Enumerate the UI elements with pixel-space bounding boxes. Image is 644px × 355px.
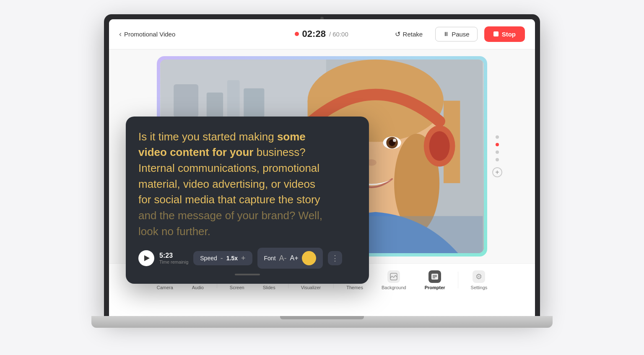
prompter-label: Prompter [425,285,445,290]
retake-label: Retake [403,31,423,38]
more-icon: ⋮ [331,254,339,263]
video-area: + Is it time you started making somevide… [109,49,535,263]
speed-label: Speed [200,255,217,262]
stop-button[interactable]: Stop [484,26,525,42]
font-control: Font A- A+ [257,248,323,269]
speed-value: 1.5x [226,255,238,262]
add-slide-button[interactable]: + [492,167,502,177]
main-content: + Is it time you started making somevide… [109,49,535,297]
scene: ‹ Promotional Video 02:28 / 60:00 [0,0,644,355]
prompter-card: Is it time you started making somevideo … [126,117,369,284]
play-button[interactable] [138,250,154,266]
stop-label: Stop [502,31,516,38]
topbar-center: 02:28 / 60:00 [254,29,389,39]
svg-rect-3 [207,92,223,117]
timer-separator: / [329,31,331,38]
timer-current: 02:28 [302,29,326,39]
font-decrease-button[interactable]: A- [279,254,287,262]
camera-label: Camera [157,285,173,290]
laptop-screen: ‹ Promotional Video 02:28 / 60:00 [104,14,540,316]
visualizer-label: Visualizer [301,285,321,290]
svg-rect-5 [244,88,264,117]
laptop-base [91,316,553,328]
project-title: Promotional Video [124,31,175,38]
settings-label: Settings [471,285,488,290]
speed-decrease-button[interactable]: - [221,254,223,262]
topbar: ‹ Promotional Video 02:28 / 60:00 [109,19,535,49]
pause-button[interactable]: ⏸ Pause [435,27,478,41]
time-label: Time remainig [159,259,188,264]
toolbar-item-settings[interactable]: ⚙ Settings [462,266,497,294]
timer-total: / 60:00 [329,31,348,38]
more-options-button[interactable]: ⋮ [328,251,342,265]
svg-point-21 [429,131,450,161]
background-icon [387,270,400,283]
font-increase-button[interactable]: A+ [290,255,299,262]
speed-increase-button[interactable]: + [241,254,246,262]
toolbar-divider-4 [458,272,458,288]
scroll-indicator [235,274,260,275]
settings-icon: ⚙ [473,270,485,283]
prompter-text: Is it time you started making somevideo … [138,129,356,240]
time-remaining: 5:23 Time remainig [159,252,188,264]
retake-button[interactable]: ↺ Retake [389,27,429,41]
play-icon [144,255,150,261]
slide-dot-1[interactable] [496,135,499,139]
stop-icon [493,31,499,36]
retake-icon: ↺ [395,30,400,38]
topbar-right: ↺ Retake ⏸ Pause Stop [389,26,525,42]
speed-control: Speed - 1.5x + [193,251,252,265]
timer-total-value: 60:00 [332,31,348,38]
slide-dot-3[interactable] [496,150,499,154]
audio-label: Audio [192,285,204,290]
svg-rect-4 [227,80,239,117]
screen-label: Screen [230,285,244,290]
slides-label: Slides [263,285,275,290]
recording-indicator [295,32,299,36]
back-button[interactable]: ‹ Promotional Video [119,30,175,39]
laptop: ‹ Promotional Video 02:28 / 60:00 [91,14,553,341]
prompter-controls: 5:23 Time remainig Speed - 1.5x + [138,248,356,269]
back-arrow-icon: ‹ [119,30,122,39]
theme-toggle-button[interactable] [302,251,316,265]
background-label: Background [382,285,406,290]
topbar-left: ‹ Promotional Video [119,30,254,39]
pause-label: Pause [452,31,470,38]
svg-point-16 [393,138,396,142]
svg-rect-2 [174,84,198,117]
font-label: Font [264,255,276,262]
toolbar-item-prompter[interactable]: Prompter [415,266,454,294]
toolbar-item-background[interactable]: Background [372,266,415,294]
slide-dot-4[interactable] [496,158,499,161]
themes-label: Themes [346,285,363,290]
slide-dots: + [492,135,502,177]
time-value: 5:23 [159,252,188,259]
prompter-icon [428,270,441,283]
pause-icon: ⏸ [443,31,449,37]
screen-inner: ‹ Promotional Video 02:28 / 60:00 [109,19,535,316]
slide-dot-2[interactable] [496,143,499,146]
